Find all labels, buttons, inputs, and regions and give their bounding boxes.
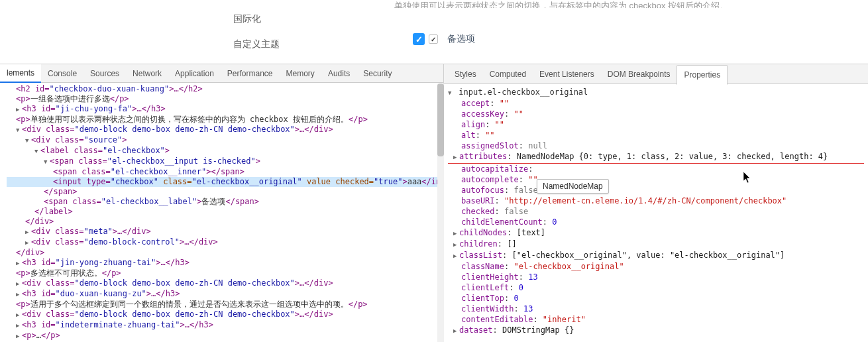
dom-node[interactable]: <p>一组备选项中进行多选</p> [7, 94, 443, 104]
tab-memory[interactable]: Memory [280, 64, 321, 83]
checkbox-secondary[interactable] [429, 34, 438, 44]
property-row[interactable]: contentEditable: "inherit" [448, 314, 864, 325]
properties-header[interactable]: ▼ input.el-checkbox__original [448, 87, 864, 98]
property-row[interactable]: ▶classList: ["el-checkbox__original", va… [448, 250, 864, 261]
property-key: baseURI [461, 196, 495, 205]
expand-icon[interactable]: ▶ [16, 105, 22, 115]
tab-styles[interactable]: Styles [448, 64, 483, 84]
checkbox-label: 备选项 [447, 33, 475, 45]
property-row[interactable]: clientHeight: 13 [448, 272, 864, 282]
tab-performance[interactable]: Performance [221, 64, 280, 83]
tab-computed[interactable]: Computed [483, 64, 533, 84]
property-row[interactable]: ▶dataset: DOMStringMap {} [448, 325, 864, 336]
property-value: 0 [514, 294, 518, 303]
dom-node[interactable]: ▶<h3 id="duo-xuan-kuang-zu">…</h3> [7, 289, 443, 300]
sidebar-item-custom-theme[interactable]: 自定义主题 [0, 32, 394, 57]
tab-security[interactable]: Security [356, 64, 398, 83]
tab-console[interactable]: Console [41, 64, 83, 83]
dom-node[interactable]: ▶<p>…</p> [7, 331, 443, 341]
expand-icon[interactable]: ▶ [16, 279, 22, 289]
dom-node[interactable]: </span> [7, 187, 443, 197]
dom-node[interactable]: </div> [7, 248, 443, 258]
property-row[interactable]: clientTop: 0 [448, 293, 864, 304]
tab-event-listeners[interactable]: Event Listeners [533, 64, 601, 84]
dom-node[interactable]: <p>多选框不可用状态。</p> [7, 268, 443, 278]
property-row[interactable]: clientLeft: 0 [448, 282, 864, 293]
expand-icon[interactable]: ▶ [453, 239, 459, 250]
dom-node[interactable]: <p>适用于多个勾选框绑定到同一个数组的情景，通过是否勾选来表示这一组选项中选中… [7, 300, 443, 310]
tab-dom-breakpoints[interactable]: DOM Breakpoints [601, 64, 677, 84]
property-value: false [504, 207, 528, 216]
collapse-icon[interactable]: ▼ [44, 157, 50, 167]
property-row[interactable]: ▶children: [] [448, 239, 864, 250]
tab-properties[interactable]: Properties [677, 65, 728, 85]
expand-icon[interactable]: ▶ [453, 325, 459, 336]
collapse-icon[interactable]: ▼ [448, 87, 454, 98]
property-row[interactable]: ▶childNodes: [text] [448, 227, 864, 239]
property-row[interactable]: clientWidth: 13 [448, 304, 864, 314]
expand-icon[interactable]: ▶ [16, 310, 22, 320]
dom-node[interactable]: ▶<div class="demo-block demo-box demo-zh… [7, 310, 443, 320]
property-row[interactable]: checked: false [448, 206, 864, 217]
dom-node[interactable]: ▶<div class="demo-block demo-box demo-zh… [7, 278, 443, 289]
dom-node[interactable]: ▼<label class="el-checkbox"> [7, 146, 443, 156]
dom-node[interactable]: ▼<div class="source"> [7, 135, 443, 146]
dom-node[interactable]: ▼<span class="el-checkbox__input is-chec… [7, 156, 443, 167]
dom-node[interactable]: <p>单独使用可以表示两种状态之间的切换，写在标签中的内容为 checkbox … [7, 115, 443, 125]
checkbox-primary[interactable] [413, 33, 425, 45]
property-row[interactable]: baseURI: "http://element-cn.eleme.io/1.4… [448, 196, 864, 206]
dom-node[interactable]: ▶<h3 id="jin-yong-zhuang-tai">…</h3> [7, 258, 443, 268]
tab-application[interactable]: Application [168, 64, 221, 83]
property-row[interactable]: assignedSlot: null [448, 141, 864, 151]
sidebar-item-i18n[interactable]: 国际化 [0, 7, 394, 32]
property-row[interactable]: ▶attributes: NamedNodeMap {0: type, 1: c… [448, 151, 864, 164]
dom-node[interactable]: <span class="el-checkbox__inner"></span> [7, 167, 443, 177]
property-row[interactable]: className: "el-checkbox__original" [448, 261, 864, 272]
property-row[interactable]: accessKey: "" [448, 109, 864, 119]
expand-icon[interactable]: ▶ [453, 152, 459, 162]
property-row[interactable]: autocapitalize: [448, 164, 864, 174]
property-key: alt [461, 131, 476, 140]
collapse-icon[interactable]: ▼ [16, 125, 22, 135]
dom-node[interactable]: ▶<h3 id="indeterminate-zhuang-tai">…</h3… [7, 320, 443, 331]
collapse-icon[interactable]: ▼ [25, 136, 31, 146]
devtools-main-tabs: lements Console Sources Network Applicat… [0, 64, 443, 83]
property-row[interactable]: autocomplete: "" [448, 174, 864, 185]
property-row[interactable]: alt: "" [448, 130, 864, 141]
dom-node[interactable]: ▶<h3 id="ji-chu-yong-fa">…</h3> [7, 104, 443, 115]
property-row[interactable]: autofocus: false [448, 185, 864, 196]
collapse-icon[interactable]: ▼ [34, 146, 40, 156]
dom-node[interactable]: <span class="el-checkbox__label">备选项</sp… [7, 197, 443, 207]
property-key: attributes [459, 152, 507, 161]
dom-node[interactable]: ▶<div class="demo-block-control">…</div> [7, 237, 443, 248]
tab-network[interactable]: Network [126, 64, 168, 83]
property-row[interactable]: align: "" [448, 119, 864, 130]
property-value: DOMStringMap {} [502, 325, 574, 335]
tab-elements[interactable]: lements [0, 64, 41, 83]
property-row[interactable]: accept: "" [448, 98, 864, 109]
property-key: children [459, 239, 498, 249]
expand-icon[interactable]: ▶ [25, 238, 31, 248]
expand-icon[interactable]: ▶ [453, 228, 459, 239]
expand-icon[interactable]: ▶ [453, 251, 459, 261]
expand-icon[interactable]: ▶ [16, 290, 22, 300]
scrollbar-vertical[interactable] [437, 84, 444, 342]
dom-node[interactable]: ▶<div class="meta">…</div> [7, 227, 443, 237]
dom-node[interactable]: ▼<div class="demo-block demo-box demo-zh… [7, 125, 443, 135]
properties-panel[interactable]: ▼ input.el-checkbox__original accept: ""… [444, 84, 868, 342]
tab-sources[interactable]: Sources [83, 64, 126, 83]
dom-node-selected[interactable]: <input type="checkbox" class="el-checkbo… [7, 177, 443, 187]
dom-node[interactable]: </label> [7, 207, 443, 217]
expand-icon[interactable]: ▶ [25, 227, 31, 237]
scrollbar-thumb[interactable] [437, 84, 444, 156]
dom-node[interactable]: </div> [7, 217, 443, 227]
expand-icon[interactable]: ▶ [16, 258, 22, 268]
dom-tree[interactable]: <h2 id="checkbox-duo-xuan-kuang">…</h2> … [0, 83, 443, 342]
property-row[interactable]: childElementCount: 0 [448, 217, 864, 227]
property-value: null [528, 141, 547, 150]
expand-icon[interactable]: ▶ [16, 321, 22, 331]
tab-audits[interactable]: Audits [321, 64, 356, 83]
expand-icon[interactable]: ▶ [16, 331, 22, 341]
dom-node[interactable]: <h2 id="checkbox-duo-xuan-kuang">…</h2> [7, 84, 443, 94]
property-value: "" [500, 99, 509, 108]
